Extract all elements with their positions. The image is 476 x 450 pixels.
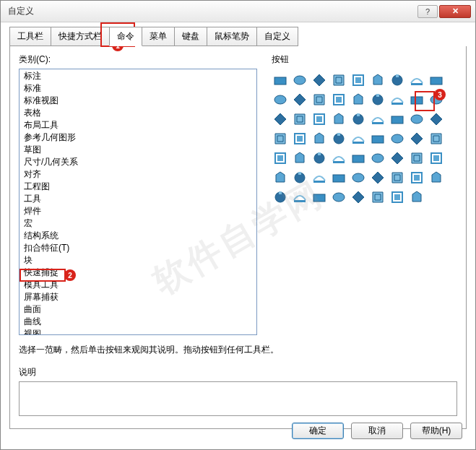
box4-icon[interactable] xyxy=(389,189,406,206)
list-item[interactable]: 尺寸/几何关系 xyxy=(20,156,256,168)
list-item[interactable]: 草图 xyxy=(20,144,256,156)
list-item[interactable]: 对齐 xyxy=(20,168,256,181)
brk-icon[interactable] xyxy=(330,169,347,186)
mir-icon[interactable] xyxy=(330,150,347,167)
ruler-icon[interactable] xyxy=(389,130,406,147)
cancel-button[interactable]: 取消 xyxy=(351,423,403,439)
help-dialog-button[interactable]: 帮助(H) xyxy=(410,423,462,439)
arr-icon[interactable] xyxy=(428,169,445,186)
3d-icon[interactable] xyxy=(330,189,347,206)
shell-icon[interactable] xyxy=(408,91,425,108)
list-item[interactable]: 焊件 xyxy=(20,205,256,217)
list-item[interactable]: 块 xyxy=(20,254,256,267)
list-item[interactable]: 模具工具 xyxy=(20,279,256,291)
badge-icon[interactable] xyxy=(291,72,308,89)
cube4-icon[interactable] xyxy=(291,169,308,186)
list-item[interactable]: 曲线 xyxy=(20,316,256,328)
crown-icon[interactable] xyxy=(272,130,289,147)
cbox-icon[interactable] xyxy=(428,130,445,147)
wcube-icon[interactable] xyxy=(330,91,347,108)
list-item[interactable]: 标注 xyxy=(20,70,256,82)
mm-icon[interactable] xyxy=(389,150,406,167)
sweep-icon[interactable] xyxy=(291,91,308,108)
grp-icon[interactable] xyxy=(369,150,386,167)
list-item[interactable]: 扣合特征(T) xyxy=(20,242,256,254)
list-item[interactable]: 结构系统 xyxy=(20,230,256,242)
grid2-icon[interactable] xyxy=(272,189,289,206)
list-item[interactable]: 宏 xyxy=(20,217,256,230)
box5-icon[interactable] xyxy=(408,189,425,206)
list-item[interactable]: 布局工具 xyxy=(20,119,256,131)
rib-icon[interactable] xyxy=(428,72,445,89)
pat-icon[interactable] xyxy=(311,150,328,167)
round-icon[interactable] xyxy=(272,111,289,128)
cube3-icon[interactable] xyxy=(272,169,289,186)
bird-icon[interactable] xyxy=(272,72,289,89)
list-item[interactable]: 曲面 xyxy=(20,303,256,316)
bcube2-icon[interactable] xyxy=(311,130,328,147)
list-item[interactable]: 视图 xyxy=(20,328,256,335)
cut-icon[interactable] xyxy=(311,111,328,128)
categories-listbox[interactable]: 标注标准标准视图表格布局工具参考几何图形草图尺寸/几何关系对齐工程图工具焊件宏结… xyxy=(19,69,257,335)
buttons-label: 按钮 xyxy=(272,53,457,66)
cube-icon[interactable] xyxy=(369,72,386,89)
wrap-icon[interactable] xyxy=(389,91,406,108)
chk-icon[interactable] xyxy=(291,189,308,206)
list-item[interactable]: 表格 xyxy=(20,107,256,119)
clip-icon[interactable] xyxy=(350,150,367,167)
tree-icon[interactable] xyxy=(428,150,445,167)
block-icon[interactable] xyxy=(408,72,425,89)
mcube-icon[interactable] xyxy=(330,130,347,147)
box2-icon[interactable] xyxy=(350,189,367,206)
bcube3-icon[interactable] xyxy=(311,169,328,186)
cham-icon[interactable] xyxy=(291,130,308,147)
list-item[interactable]: 屏幕捕获 xyxy=(20,291,256,303)
tab-6[interactable]: 自定义 xyxy=(256,27,298,46)
drop-icon[interactable] xyxy=(311,91,328,108)
move-icon[interactable] xyxy=(291,150,308,167)
gcube-icon[interactable] xyxy=(350,130,367,147)
tab-1[interactable]: 快捷方式栏 xyxy=(51,27,110,46)
list-item[interactable]: 标准 xyxy=(20,82,256,95)
knit-icon[interactable] xyxy=(291,111,308,128)
brk2-icon[interactable] xyxy=(350,169,367,186)
brick-icon[interactable] xyxy=(389,72,406,89)
brush-icon[interactable] xyxy=(408,169,425,186)
pbox-icon[interactable] xyxy=(408,130,425,147)
tab-5[interactable]: 鼠标笔势 xyxy=(207,27,257,46)
list-item[interactable]: 工程图 xyxy=(20,181,256,193)
ok-button[interactable]: 确定 xyxy=(292,423,344,439)
svg-point-57 xyxy=(333,193,345,202)
tab-2[interactable]: 命令 xyxy=(109,27,142,46)
sm-icon[interactable] xyxy=(408,150,425,167)
dim-icon[interactable] xyxy=(369,130,386,147)
close-button[interactable]: ✕ xyxy=(439,5,471,18)
box-icon[interactable] xyxy=(330,72,347,89)
hemi-icon[interactable] xyxy=(428,111,445,128)
box3-icon[interactable] xyxy=(369,189,386,206)
scale-icon[interactable] xyxy=(272,150,289,167)
list-item[interactable]: 快速捕捉 xyxy=(20,267,256,279)
svg-marker-10 xyxy=(294,94,306,105)
ocube-icon[interactable] xyxy=(330,111,347,128)
list-item[interactable]: 参考几何图形 xyxy=(20,131,256,144)
list-item[interactable]: 标准视图 xyxy=(20,95,256,107)
eye-icon[interactable] xyxy=(389,169,406,186)
tab-0[interactable]: 工具栏 xyxy=(9,27,51,46)
tbox-icon[interactable] xyxy=(350,111,367,128)
arc2-icon[interactable] xyxy=(408,111,425,128)
rot-icon[interactable] xyxy=(369,111,386,128)
cyl-icon[interactable] xyxy=(311,72,328,89)
bcube-icon[interactable] xyxy=(350,91,367,108)
grid-icon[interactable] xyxy=(311,189,328,206)
customize-dialog: 自定义 ? ✕ 工具栏快捷方式栏命令菜单键盘鼠标笔势自定义 类别(C): 标注标… xyxy=(0,0,476,450)
loft-icon[interactable] xyxy=(272,91,289,108)
list-item[interactable]: 工具 xyxy=(20,193,256,205)
wav-icon[interactable] xyxy=(369,169,386,186)
tab-4[interactable]: 键盘 xyxy=(174,27,207,46)
plane-icon[interactable] xyxy=(350,72,367,89)
help-button[interactable]: ? xyxy=(417,5,438,18)
tab-3[interactable]: 菜单 xyxy=(142,27,175,46)
wire-icon[interactable] xyxy=(369,91,386,108)
arc-icon[interactable] xyxy=(389,111,406,128)
